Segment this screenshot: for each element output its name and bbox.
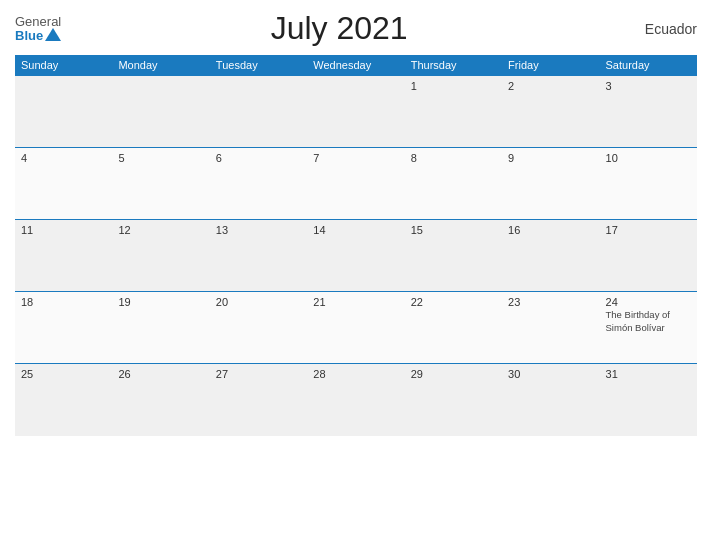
- day-header-row: Sunday Monday Tuesday Wednesday Thursday…: [15, 55, 697, 76]
- cell-date: 11: [21, 224, 106, 236]
- calendar-cell: 20: [210, 292, 307, 364]
- calendar-cell: 17: [600, 220, 697, 292]
- calendar-cell: 12: [112, 220, 209, 292]
- calendar-cell: 3: [600, 76, 697, 148]
- calendar-cell: 8: [405, 148, 502, 220]
- cell-date: 21: [313, 296, 398, 308]
- header-tuesday: Tuesday: [210, 55, 307, 76]
- logo: General Blue: [15, 15, 61, 42]
- cell-date: 16: [508, 224, 593, 236]
- header-wednesday: Wednesday: [307, 55, 404, 76]
- calendar-cell: 4: [15, 148, 112, 220]
- calendar-cell: 19: [112, 292, 209, 364]
- calendar-week-row: 45678910: [15, 148, 697, 220]
- cell-date: 30: [508, 368, 593, 380]
- cell-date: 12: [118, 224, 203, 236]
- cell-date: 27: [216, 368, 301, 380]
- cell-date: 22: [411, 296, 496, 308]
- cell-date: 9: [508, 152, 593, 164]
- cell-date: 28: [313, 368, 398, 380]
- calendar-cell: 1: [405, 76, 502, 148]
- cell-date: 17: [606, 224, 691, 236]
- country-label: Ecuador: [617, 21, 697, 37]
- calendar-cell: 28: [307, 364, 404, 436]
- logo-general-text: General: [15, 15, 61, 28]
- calendar-cell: 14: [307, 220, 404, 292]
- header-monday: Monday: [112, 55, 209, 76]
- calendar-cell: 15: [405, 220, 502, 292]
- cell-date: 24: [606, 296, 691, 308]
- calendar-cell: 9: [502, 148, 599, 220]
- cell-date: 5: [118, 152, 203, 164]
- logo-triangle-icon: [45, 28, 61, 41]
- calendar-cell: 26: [112, 364, 209, 436]
- calendar-cell: 16: [502, 220, 599, 292]
- calendar-week-row: 11121314151617: [15, 220, 697, 292]
- cell-date: 3: [606, 80, 691, 92]
- calendar-cell: 29: [405, 364, 502, 436]
- calendar-cell: 2: [502, 76, 599, 148]
- cell-date: 4: [21, 152, 106, 164]
- calendar-cell: [307, 76, 404, 148]
- header-sunday: Sunday: [15, 55, 112, 76]
- cell-date: 20: [216, 296, 301, 308]
- cell-date: 13: [216, 224, 301, 236]
- calendar-week-row: 123: [15, 76, 697, 148]
- calendar-cell: 31: [600, 364, 697, 436]
- cell-date: 2: [508, 80, 593, 92]
- cell-date: 19: [118, 296, 203, 308]
- cell-date: 31: [606, 368, 691, 380]
- header-saturday: Saturday: [600, 55, 697, 76]
- cell-date: 8: [411, 152, 496, 164]
- cell-date: 6: [216, 152, 301, 164]
- cell-date: 7: [313, 152, 398, 164]
- cell-date: 26: [118, 368, 203, 380]
- calendar-cell: [112, 76, 209, 148]
- calendar-cell: 6: [210, 148, 307, 220]
- cell-date: 29: [411, 368, 496, 380]
- calendar-cell: 5: [112, 148, 209, 220]
- calendar-cell: 7: [307, 148, 404, 220]
- cell-date: 14: [313, 224, 398, 236]
- calendar-cell: 11: [15, 220, 112, 292]
- cell-date: 1: [411, 80, 496, 92]
- calendar-cell: 23: [502, 292, 599, 364]
- calendar-cell: 21: [307, 292, 404, 364]
- calendar-cell: 22: [405, 292, 502, 364]
- calendar-cell: [210, 76, 307, 148]
- header-friday: Friday: [502, 55, 599, 76]
- cell-date: 18: [21, 296, 106, 308]
- calendar-cell: 18: [15, 292, 112, 364]
- cell-date: 10: [606, 152, 691, 164]
- calendar-cell: 13: [210, 220, 307, 292]
- cell-event: The Birthday of Simón Bolívar: [606, 309, 670, 333]
- cell-date: 15: [411, 224, 496, 236]
- calendar-week-row: 18192021222324The Birthday of Simón Bolí…: [15, 292, 697, 364]
- cell-date: 25: [21, 368, 106, 380]
- calendar-title: July 2021: [61, 10, 617, 47]
- calendar-cell: 25: [15, 364, 112, 436]
- cell-date: 23: [508, 296, 593, 308]
- header-thursday: Thursday: [405, 55, 502, 76]
- calendar-table: Sunday Monday Tuesday Wednesday Thursday…: [15, 55, 697, 436]
- calendar-cell: 10: [600, 148, 697, 220]
- calendar-cell: [15, 76, 112, 148]
- logo-blue-text: Blue: [15, 28, 61, 42]
- calendar-cell: 30: [502, 364, 599, 436]
- calendar-week-row: 25262728293031: [15, 364, 697, 436]
- calendar-container: General Blue July 2021 Ecuador Sunday Mo…: [0, 0, 712, 550]
- calendar-cell: 27: [210, 364, 307, 436]
- calendar-header: General Blue July 2021 Ecuador: [15, 10, 697, 47]
- calendar-cell: 24The Birthday of Simón Bolívar: [600, 292, 697, 364]
